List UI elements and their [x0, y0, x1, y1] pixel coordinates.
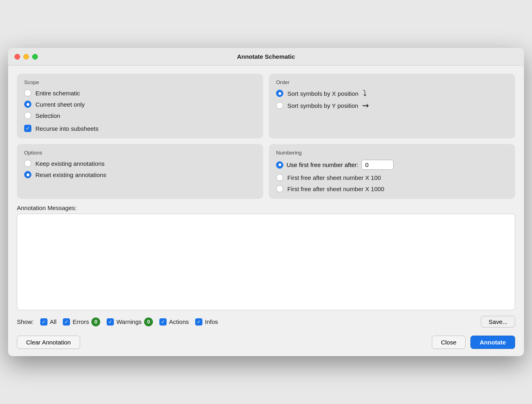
- window-title: Annotate Schematic: [237, 53, 295, 60]
- keep-annotations-item[interactable]: Keep existing annotations: [24, 160, 256, 167]
- show-infos-item[interactable]: ✓ Infos: [195, 318, 218, 326]
- order-y-label: Sort symbols by Y position: [287, 102, 358, 109]
- keep-annotations-label: Keep existing annotations: [35, 160, 105, 167]
- options-radio-group: Keep existing annotations Reset existing…: [24, 160, 256, 178]
- show-all-checkbox[interactable]: ✓: [40, 318, 47, 326]
- scope-current-sheet[interactable]: Current sheet only: [24, 101, 256, 108]
- show-label: Show:: [17, 318, 34, 325]
- traffic-lights: [14, 54, 38, 60]
- show-actions-label: Actions: [169, 318, 189, 325]
- window: Annotate Schematic Scope Entire schemati…: [8, 48, 524, 356]
- options-label: Options: [24, 150, 256, 156]
- reset-annotations-label: Reset existing annotations: [35, 171, 106, 178]
- titlebar: Annotate Schematic: [8, 48, 524, 66]
- annotate-button[interactable]: Annotate: [470, 336, 515, 349]
- scope-entire-radio[interactable]: [24, 89, 31, 97]
- show-errors-label: Errors: [72, 318, 89, 325]
- close-button[interactable]: Close: [432, 336, 466, 349]
- show-all-item[interactable]: ✓ All: [40, 318, 57, 326]
- show-errors-checkbox[interactable]: ✓: [63, 318, 70, 326]
- order-y-sort[interactable]: Sort symbols by Y position ⇝: [276, 101, 508, 109]
- order-x-sort[interactable]: Sort symbols by X position ⤵: [276, 89, 508, 97]
- order-label: Order: [276, 79, 508, 85]
- numbering-radio-group: Use first free number after: First free …: [276, 160, 508, 192]
- y-sort-icon: ⇝: [362, 101, 369, 109]
- sheet-x100-radio[interactable]: [276, 174, 283, 181]
- show-actions-checkbox[interactable]: ✓: [159, 318, 167, 326]
- maximize-button[interactable]: [32, 54, 38, 60]
- sheet-x100-label: First free after sheet number X 100: [287, 174, 381, 181]
- order-radio-group: Sort symbols by X position ⤵ Sort symbol…: [276, 89, 508, 109]
- recurse-label: Recurse into subsheets: [35, 125, 99, 132]
- order-panel: Order Sort symbols by X position ⤵ Sort …: [269, 74, 515, 138]
- scope-selection-label: Selection: [35, 112, 60, 119]
- recurse-checkbox[interactable]: ✓: [24, 125, 31, 132]
- scope-selection-radio[interactable]: [24, 112, 31, 119]
- save-button[interactable]: Save...: [481, 316, 515, 328]
- minimize-button[interactable]: [23, 54, 29, 60]
- scope-panel: Scope Entire schematic Current sheet onl…: [17, 74, 263, 138]
- first-free-number-item[interactable]: Use first free number after:: [276, 160, 508, 170]
- show-all-label: All: [50, 318, 57, 325]
- scope-current-radio[interactable]: [24, 101, 31, 108]
- sheet-x1000-radio[interactable]: [276, 185, 283, 192]
- scope-label: Scope: [24, 79, 256, 85]
- order-x-label: Sort symbols by X position: [287, 90, 359, 97]
- clear-annotation-button[interactable]: Clear Annotation: [17, 336, 80, 349]
- reset-annotations-radio[interactable]: [24, 171, 31, 178]
- numbering-panel: Numbering Use first free number after: F…: [269, 144, 515, 199]
- warnings-badge: 0: [144, 317, 153, 326]
- top-row: Scope Entire schematic Current sheet onl…: [17, 74, 515, 138]
- scope-entire-label: Entire schematic: [35, 90, 80, 97]
- options-panel: Options Keep existing annotations Reset …: [17, 144, 263, 199]
- scope-selection[interactable]: Selection: [24, 112, 256, 119]
- messages-label: Annotation Messages:: [17, 204, 515, 211]
- show-warnings-checkbox[interactable]: ✓: [107, 318, 114, 326]
- x-sort-icon: ⤵: [363, 89, 367, 97]
- close-button[interactable]: [14, 54, 20, 60]
- scope-entire-schematic[interactable]: Entire schematic: [24, 89, 256, 97]
- sheet-x1000-label: First free after sheet number X 1000: [287, 186, 384, 192]
- scope-radio-group: Entire schematic Current sheet only Sele…: [24, 89, 256, 119]
- show-bar: Show: ✓ All ✓ Errors 0 ✓ Warnings 0 ✓ A: [17, 316, 515, 328]
- show-actions-item[interactable]: ✓ Actions: [159, 318, 189, 326]
- show-infos-checkbox[interactable]: ✓: [195, 318, 202, 326]
- main-content: Scope Entire schematic Current sheet onl…: [8, 66, 524, 336]
- reset-annotations-item[interactable]: Reset existing annotations: [24, 171, 256, 178]
- messages-box: [17, 214, 515, 310]
- bottom-bar: Clear Annotation Close Annotate: [8, 336, 524, 356]
- scope-current-label: Current sheet only: [35, 101, 85, 108]
- second-row: Options Keep existing annotations Reset …: [17, 144, 515, 199]
- errors-badge: 0: [91, 317, 100, 326]
- bottom-right-buttons: Close Annotate: [432, 336, 515, 349]
- show-warnings-item[interactable]: ✓ Warnings 0: [107, 317, 153, 326]
- show-infos-label: Infos: [205, 318, 218, 325]
- numbering-label: Numbering: [276, 150, 508, 156]
- first-free-radio[interactable]: [276, 161, 283, 169]
- sheet-x1000-item[interactable]: First free after sheet number X 1000: [276, 185, 508, 192]
- show-warnings-label: Warnings: [116, 318, 142, 325]
- show-errors-item[interactable]: ✓ Errors 0: [63, 317, 100, 326]
- recurse-checkbox-item[interactable]: ✓ Recurse into subsheets: [24, 125, 256, 132]
- first-free-input[interactable]: [361, 160, 394, 170]
- order-x-radio[interactable]: [276, 90, 283, 97]
- sheet-x100-item[interactable]: First free after sheet number X 100: [276, 174, 508, 181]
- first-free-label: Use first free number after:: [287, 161, 358, 168]
- messages-section: Annotation Messages:: [17, 204, 515, 310]
- order-y-radio[interactable]: [276, 102, 283, 109]
- keep-annotations-radio[interactable]: [24, 160, 31, 167]
